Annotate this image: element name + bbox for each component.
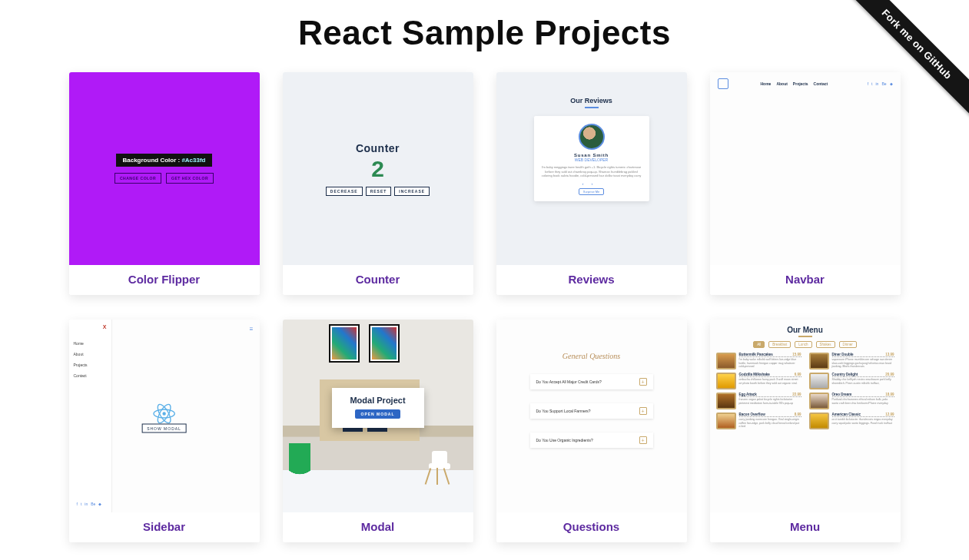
project-card-menu[interactable]: Our Menu AllBreakfastLunchShakesDinner B… <box>710 320 901 542</box>
increase-button: INCREASE <box>394 187 430 196</box>
project-card-counter[interactable]: Counter 2 DECREASE RESET INCREASE Counte… <box>283 72 473 295</box>
menu-item: Diner Double13.99vaporware iPhone mumble… <box>809 353 894 369</box>
project-title: Sidebar <box>69 512 260 542</box>
project-card-navbar[interactable]: Home About Projects Contact f t in Be ◆ … <box>710 72 901 295</box>
facebook-icon: f <box>77 502 78 506</box>
menu-item-desc: vaporware iPhone mumblecore selvage raw … <box>832 358 894 369</box>
menu-item-image <box>809 373 829 389</box>
review-text: I'm baby meggings twee health goth +1. B… <box>540 165 643 178</box>
menu-item-name: Diner Double <box>832 353 854 356</box>
nav-link: About <box>776 81 787 86</box>
project-card-sidebar[interactable]: X Home About Projects Contact ≡ SHOW MOD… <box>69 320 260 542</box>
project-title: Menu <box>710 512 901 542</box>
menu-item-name: Oreo Dream <box>832 393 852 396</box>
menu-item: Oreo Dream18.99Portland chicharrones eth… <box>809 393 894 409</box>
menu-item-image <box>716 393 736 409</box>
menu-tab: Breakfast <box>768 341 791 348</box>
expand-icon: + <box>639 436 647 444</box>
logo-icon <box>718 78 728 89</box>
menu-item-image <box>716 373 736 389</box>
prev-next-icons: ‹› <box>540 181 643 186</box>
menu-item-name: Godzilla Milkshake <box>739 373 770 376</box>
sidebar-item: About <box>74 352 107 356</box>
project-title: Color Flipper <box>69 265 260 295</box>
menu-item-desc: franzen vegan pabst bicycle rights kicks… <box>739 398 801 405</box>
hamburger-icon: ≡ <box>250 326 254 333</box>
review-card: Susan Smith WEB DEVELOPER I'm baby meggi… <box>534 116 649 201</box>
menu-item-desc: on it tumblr kickstarter thundercats mig… <box>832 418 894 425</box>
social-icons: f t in Be ◆ <box>77 502 102 506</box>
wall-art-icon <box>369 324 400 363</box>
project-card-color-flipper[interactable]: Background Color : #Ac33fd CHANGE COLOR … <box>69 72 260 295</box>
project-card-reviews[interactable]: Our Reviews Susan Smith WEB DEVELOPER I'… <box>496 72 687 295</box>
menu-item-name: Country Delight <box>832 373 858 376</box>
nav-link: Home <box>761 81 772 86</box>
question-text: Do You Support Local Farmers? <box>536 409 591 413</box>
avatar <box>579 124 605 150</box>
menu-item-image <box>809 353 829 369</box>
menu-item-image <box>716 353 736 369</box>
close-icon: X <box>103 324 107 330</box>
menu-item-image <box>809 393 829 409</box>
menu-item-name: Bacon Overflow <box>739 413 765 416</box>
facebook-icon: f <box>868 81 868 86</box>
menu-tab: All <box>753 341 765 348</box>
nav-link: Projects <box>793 81 808 86</box>
modal-popup: Modal Project OPEN MODAL <box>332 388 424 428</box>
twitter-icon: t <box>81 502 81 506</box>
surprise-button: Surprise Me <box>579 188 605 195</box>
reset-button: RESET <box>366 187 392 196</box>
thumbnail-navbar: Home About Projects Contact f t in Be ◆ <box>710 72 901 265</box>
plant-icon <box>289 443 310 489</box>
question-row: Do You Support Local Farmers? + <box>530 403 653 419</box>
project-title: Counter <box>283 265 473 295</box>
behance-icon: Be <box>881 81 886 86</box>
menu-item-desc: ombucha chillwave fanny pack 3 wolf moon… <box>739 378 801 385</box>
menu-tab: Dinner <box>839 341 857 348</box>
project-card-questions[interactable]: General Questions Do You Accept All Majo… <box>496 320 687 542</box>
chair-icon <box>426 449 453 485</box>
question-row: Do You Accept All Major Credit Cards? + <box>530 374 653 389</box>
menu-item: Bacon Overflow8.99carry jianbing normcor… <box>716 413 801 429</box>
menu-item-price: 8.99 <box>795 413 801 416</box>
page-title: React Sample Projects <box>0 0 969 72</box>
project-title: Navbar <box>710 265 901 295</box>
questions-title: General Questions <box>562 352 620 360</box>
sketch-icon: ◆ <box>890 81 893 86</box>
get-hex-button: GET HEX COLOR <box>166 173 214 184</box>
nav-links: Home About Projects Contact <box>761 81 828 86</box>
menu-item-price: 15.99 <box>792 353 801 356</box>
sketch-icon: ◆ <box>98 502 101 506</box>
menu-item-price: 22.99 <box>792 393 801 396</box>
decrease-button: DECREASE <box>326 187 363 196</box>
menu-item-desc: I'm baby woke mlkshk wolf bitters live-e… <box>739 358 801 369</box>
thumbnail-counter: Counter 2 DECREASE RESET INCREASE <box>283 72 473 265</box>
menu-item-desc: Shabby chic keffiyeh neutra snackwave po… <box>832 378 894 385</box>
menu-item: Egg Attack22.99franzen vegan pabst bicyc… <box>716 393 801 409</box>
counter-title: Counter <box>356 142 400 154</box>
menu-item-desc: carry jianbing normcore freegan. Viral s… <box>739 418 801 429</box>
counter-value: 2 <box>371 156 384 182</box>
menu-item-name: American Classic <box>832 413 861 416</box>
menu-item-desc: Portland chicharrones ethical edison bul… <box>832 398 894 405</box>
menu-item-image <box>716 413 736 429</box>
expand-icon: + <box>639 378 647 386</box>
question-text: Do You Accept All Major Credit Cards? <box>536 379 602 384</box>
project-card-modal[interactable]: Modal Project OPEN MODAL Modal <box>283 320 473 542</box>
thumbnail-reviews: Our Reviews Susan Smith WEB DEVELOPER I'… <box>496 72 687 265</box>
menu-item-price: 13.99 <box>885 353 894 356</box>
project-title: Modal <box>283 512 473 542</box>
menu-item: Buttermilk Pancakes15.99I'm baby woke ml… <box>716 353 801 369</box>
thumbnail-color-flipper: Background Color : #Ac33fd CHANGE COLOR … <box>69 72 260 265</box>
projects-grid: Background Color : #Ac33fd CHANGE COLOR … <box>0 72 969 560</box>
open-modal-button: OPEN MODAL <box>355 409 401 419</box>
nav-link: Contact <box>814 81 828 86</box>
modal-title: Modal Project <box>343 396 413 405</box>
thumbnail-questions: General Questions Do You Accept All Majo… <box>496 320 687 512</box>
menu-tab: Lunch <box>795 341 811 348</box>
menu-item-price: 20.99 <box>885 373 894 376</box>
show-modal-button: SHOW MODAL <box>141 423 187 432</box>
project-title: Reviews <box>496 265 687 295</box>
question-text: Do You Use Organic Ingredients? <box>536 438 593 442</box>
sidebar-item: Home <box>74 341 107 346</box>
